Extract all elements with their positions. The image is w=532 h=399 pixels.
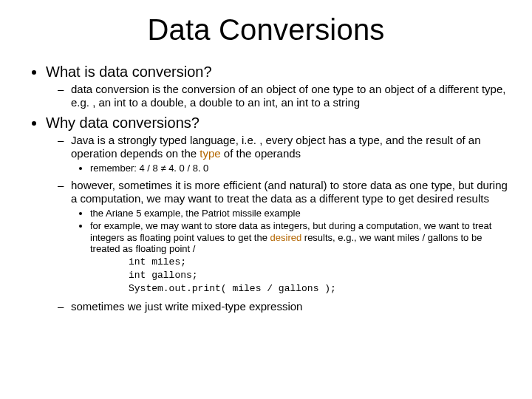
- bullet-def: data conversion is the conversion of an …: [71, 83, 510, 109]
- slide: Data Conversions What is data conversion…: [0, 0, 532, 399]
- remember-post: 4. 0 / 8. 0: [166, 163, 209, 174]
- bullet-what-text: What is data conversion?: [46, 64, 212, 80]
- code-line-2: int gallons;: [129, 270, 510, 282]
- bullet-why: Why data conversions? Java is a strongly…: [46, 114, 510, 313]
- java-type: type: [200, 147, 220, 160]
- bullet-why-text: Why data conversions?: [46, 115, 200, 131]
- bullet-ariane: the Ariane 5 example, the Patriot missil…: [90, 208, 510, 219]
- bullet-java: Java is a strongly typed language, i.e. …: [71, 134, 510, 174]
- bullet-what: What is data conversion? data conversion…: [46, 63, 510, 109]
- slide-title: Data Conversions: [22, 13, 510, 47]
- bullet-example: for example, we may want to store data a…: [90, 220, 510, 296]
- not-equal-icon: ≠: [160, 163, 166, 174]
- bullet-list-level3: the Ariane 5 example, the Patriot missil…: [71, 208, 510, 296]
- code-line-1: int miles;: [129, 256, 510, 268]
- bullet-list-level2: data conversion is the conversion of an …: [46, 83, 510, 109]
- bullet-list-level2: Java is a strongly typed language, i.e. …: [46, 134, 510, 313]
- code-line-3: System.out.print( miles / gallons );: [129, 283, 510, 295]
- remember-pre: remember: 4 / 8: [90, 163, 160, 174]
- bullet-list-level3: remember: 4 / 8 ≠ 4. 0 / 8. 0: [71, 163, 510, 174]
- java-post: of the operands: [221, 147, 301, 160]
- bullet-mixed: sometimes we just write mixed-type expre…: [71, 300, 510, 313]
- however-text: however, sometimes it is more efficient …: [71, 179, 508, 205]
- bullet-list-level1: What is data conversion? data conversion…: [22, 63, 510, 313]
- bullet-remember: remember: 4 / 8 ≠ 4. 0 / 8. 0: [90, 163, 510, 174]
- bullet-however: however, sometimes it is more efficient …: [71, 179, 510, 296]
- ex-desired: desired: [270, 232, 302, 243]
